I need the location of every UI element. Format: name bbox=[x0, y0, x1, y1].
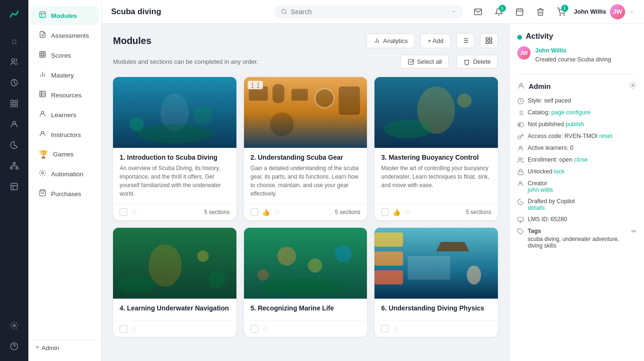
svg-rect-90 bbox=[375, 270, 403, 284]
sidebar-item-purchases[interactable]: Purchases bbox=[31, 184, 98, 203]
pie-icon[interactable] bbox=[5, 136, 23, 154]
module-checkbox[interactable] bbox=[120, 325, 127, 333]
module-checkbox[interactable] bbox=[381, 325, 389, 333]
sidebar-item-label: Instructors bbox=[51, 131, 81, 138]
sidebar-item-label: Automation bbox=[51, 171, 83, 178]
list-icon bbox=[517, 110, 524, 116]
publish-link[interactable]: publish bbox=[566, 121, 584, 128]
svg-point-0 bbox=[6, 7, 23, 24]
sidebar-item-learners[interactable]: Learners bbox=[31, 105, 98, 124]
active-learners: Active learners: 0 bbox=[528, 145, 574, 151]
drag-handle[interactable]: ⋮⋮ bbox=[248, 81, 263, 89]
sidebar-item-assessments[interactable]: Assessments bbox=[31, 26, 98, 45]
admin-catalog-label: Catalog: page configure bbox=[528, 109, 591, 116]
search-bar[interactable] bbox=[274, 5, 463, 18]
catalog-configure-link[interactable]: configure bbox=[566, 109, 590, 116]
svg-point-82 bbox=[277, 247, 296, 266]
thumbs-up-icon[interactable]: 👍 bbox=[392, 208, 400, 216]
calendar-button[interactable] bbox=[512, 4, 528, 20]
book-icon[interactable] bbox=[5, 178, 23, 196]
search-input[interactable] bbox=[291, 8, 447, 16]
sidebar-item-games[interactable]: 🏆 Games bbox=[31, 145, 98, 163]
notifications-button[interactable]: 1 bbox=[491, 4, 507, 20]
sidebar-item-mastery[interactable]: Mastery bbox=[31, 66, 98, 85]
admin-style: Style: self paced bbox=[528, 97, 571, 104]
module-card: 4. Learning Underwater Navigation ☆ bbox=[113, 228, 236, 337]
svg-line-39 bbox=[285, 13, 286, 14]
lms-icon bbox=[517, 216, 524, 223]
module-checkbox[interactable] bbox=[381, 208, 389, 216]
person-icon[interactable] bbox=[5, 115, 23, 133]
activity-user-name[interactable]: John Willis bbox=[535, 47, 566, 54]
star-icon[interactable]: ☆ bbox=[262, 325, 268, 333]
sidebar-icons-panel: ⌂ bbox=[0, 0, 28, 361]
home-icon[interactable]: ⌂ bbox=[5, 32, 23, 50]
svg-point-84 bbox=[335, 245, 352, 262]
catalog-page-link[interactable]: page bbox=[551, 109, 565, 116]
svg-point-105 bbox=[519, 157, 521, 160]
grid-view-button[interactable] bbox=[480, 33, 498, 48]
main-content: Modules Analytics + Add Modules and sect… bbox=[102, 24, 509, 361]
module-card-footer: ☆ bbox=[374, 320, 498, 337]
activity-title: Activity bbox=[517, 32, 636, 41]
org-icon[interactable] bbox=[5, 157, 23, 175]
sidebar-item-resources[interactable]: Resources bbox=[31, 86, 98, 104]
svg-rect-22 bbox=[40, 52, 45, 57]
tags-edit-icon[interactable]: ✏ bbox=[631, 228, 636, 235]
module-card-body: 6. Understanding Diving Physics bbox=[374, 299, 498, 320]
delete-button[interactable]: Delete bbox=[456, 55, 498, 69]
module-card-title: 3. Mastering Buoyancy Control bbox=[381, 154, 491, 161]
thumbs-up-icon[interactable]: 👍 bbox=[262, 208, 270, 216]
module-checkbox[interactable] bbox=[251, 208, 258, 216]
svg-point-69 bbox=[315, 89, 334, 108]
help-icon[interactable] bbox=[5, 337, 23, 355]
sidebar-item-modules[interactable]: Modules bbox=[31, 6, 98, 25]
lock-link[interactable]: lock bbox=[554, 168, 565, 175]
modules-icon bbox=[39, 11, 46, 20]
enrollment-close-link[interactable]: close bbox=[574, 156, 588, 163]
admin-lock-row: Unlocked lock bbox=[517, 168, 636, 175]
module-card-title: 1. Introduction to Scuba Diving bbox=[120, 154, 230, 161]
module-checkbox[interactable] bbox=[120, 208, 127, 216]
admin-collapse[interactable]: ^ Admin bbox=[28, 340, 101, 355]
svg-rect-10 bbox=[16, 167, 18, 169]
lms-id: LMS ID: 65280 bbox=[528, 216, 567, 223]
reset-link[interactable]: reset bbox=[599, 133, 612, 139]
module-sections: 5 sections bbox=[335, 209, 360, 215]
creator-link[interactable]: john willis bbox=[528, 187, 553, 193]
sidebar-item-automation[interactable]: Automation bbox=[31, 164, 98, 183]
app-logo bbox=[5, 6, 24, 25]
drafted-link[interactable]: details bbox=[528, 205, 545, 211]
enrollment-icon bbox=[517, 157, 524, 163]
star-icon[interactable]: ☆ bbox=[131, 208, 137, 216]
chart-icon[interactable] bbox=[5, 74, 23, 92]
module-checkbox[interactable] bbox=[251, 325, 258, 333]
admin-gear-button[interactable] bbox=[629, 82, 636, 91]
sidebar-item-label: Purchases bbox=[51, 190, 81, 198]
add-button[interactable]: + Add bbox=[420, 34, 451, 48]
select-all-button[interactable]: Select all bbox=[400, 55, 449, 69]
admin-creator-row: Creatorjohn willis bbox=[517, 180, 636, 193]
tags-container: Tags scuba diving, underwater adventure,… bbox=[528, 228, 627, 249]
module-sections: 5 sections bbox=[466, 209, 491, 215]
star-icon[interactable]: ☆ bbox=[392, 325, 399, 333]
users-icon[interactable] bbox=[5, 53, 23, 71]
star-icon[interactable]: ☆ bbox=[404, 208, 410, 216]
trash-button[interactable] bbox=[532, 4, 548, 20]
mail-button[interactable] bbox=[470, 4, 486, 20]
settings-bottom-icon[interactable] bbox=[5, 317, 23, 335]
analytics-button[interactable]: Analytics bbox=[366, 34, 415, 48]
sidebar-item-instructors[interactable]: Instructors bbox=[31, 125, 98, 144]
module-card-footer: 👍 ☆ 5 sections bbox=[374, 204, 498, 220]
cart-button[interactable]: 1 bbox=[553, 4, 569, 20]
star-icon[interactable]: ☆ bbox=[274, 208, 280, 216]
sidebar-item-scores[interactable]: Scores bbox=[31, 46, 98, 65]
grid-icon[interactable] bbox=[5, 95, 23, 112]
delete-label: Delete bbox=[473, 58, 491, 65]
sidebar-item-label: Assessments bbox=[51, 32, 89, 39]
user-name: John Willis bbox=[574, 8, 607, 15]
list-view-button[interactable] bbox=[456, 33, 474, 48]
user-menu[interactable]: John Willis JW bbox=[574, 4, 635, 19]
star-icon[interactable]: ☆ bbox=[131, 325, 137, 333]
svg-rect-8 bbox=[13, 163, 16, 164]
